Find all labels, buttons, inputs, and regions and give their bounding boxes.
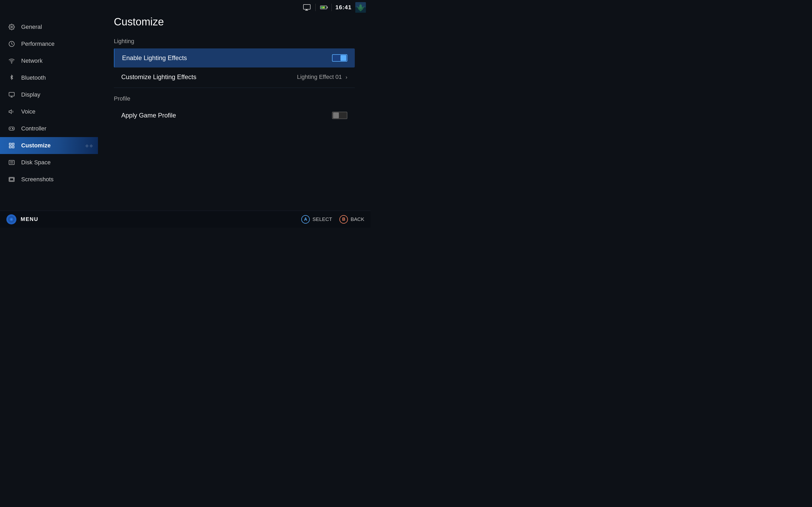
page-title: Customize [114, 16, 355, 28]
sidebar-diskspace-label: Disk Space [21, 159, 51, 166]
sidebar-display-label: Display [21, 91, 40, 98]
sidebar-item-screenshots[interactable]: Screenshots [0, 171, 98, 188]
svg-rect-27 [10, 178, 13, 181]
b-button[interactable]: B [339, 215, 348, 224]
sidebar-controller-label: Controller [21, 125, 46, 132]
voice-icon [8, 108, 15, 115]
bottombar-back-action: B BACK [339, 215, 364, 224]
enable-lighting-effects-row[interactable]: Enable Lighting Effects [114, 48, 355, 67]
apply-game-profile-label: Apply Game Profile [121, 112, 176, 119]
apply-game-profile-toggle[interactable] [332, 112, 347, 119]
screenshots-icon [8, 176, 15, 183]
sidebar-item-diskspace[interactable]: Disk Space [0, 154, 98, 171]
bluetooth-icon [8, 74, 15, 81]
bottombar: MENU A SELECT B BACK [0, 211, 371, 228]
svg-rect-23 [9, 160, 14, 165]
svg-rect-2 [305, 10, 308, 11]
customize-lighting-effects-row[interactable]: Customize Lighting Effects Lighting Effe… [114, 67, 355, 87]
sidebar-network-label: Network [21, 57, 43, 64]
customize-icon [8, 142, 15, 149]
chevron-right-icon: › [345, 74, 347, 80]
display-icon [303, 3, 312, 12]
bottombar-menu-label: MENU [21, 216, 38, 222]
bottombar-actions: A SELECT B BACK [301, 215, 364, 224]
sidebar-item-general[interactable]: General [0, 18, 98, 36]
svg-point-9 [11, 63, 12, 63]
main-content: Customize Lighting Enable Lighting Effec… [98, 0, 371, 211]
topbar-divider-1 [315, 4, 316, 11]
lighting-effect-value: Lighting Effect 01 [297, 73, 342, 80]
sidebar: General Performance Network Blue [0, 0, 98, 228]
topbar-divider-2 [331, 4, 332, 11]
enable-lighting-effects-label: Enable Lighting Effects [122, 54, 187, 62]
customize-lighting-effects-right: Lighting Effect 01 › [297, 73, 347, 80]
sidebar-customize-label: Customize [21, 142, 51, 149]
svg-marker-13 [9, 110, 11, 114]
performance-icon [8, 40, 15, 48]
svg-point-32 [10, 218, 12, 220]
svg-rect-10 [9, 92, 14, 96]
a-button[interactable]: A [301, 215, 310, 224]
sidebar-voice-label: Voice [21, 108, 36, 115]
svg-rect-21 [9, 146, 11, 148]
apply-game-profile-row[interactable]: Apply Game Profile [114, 106, 355, 125]
svg-rect-22 [12, 146, 14, 148]
svg-rect-0 [304, 4, 310, 9]
battery-container: ⚡ [319, 3, 328, 12]
svg-point-7 [11, 26, 12, 28]
sidebar-general-label: General [21, 23, 42, 31]
back-label: BACK [350, 217, 364, 222]
customize-lighting-effects-label: Customize Lighting Effects [121, 73, 197, 81]
enable-lighting-effects-toggle[interactable] [332, 54, 347, 62]
gear-icon [8, 23, 15, 31]
toggle-knob [340, 55, 346, 61]
topbar-time: 16:41 [335, 4, 351, 11]
select-label: SELECT [312, 217, 332, 222]
toggle-knob-off [333, 112, 339, 118]
lighting-section-header: Lighting [114, 36, 355, 47]
sidebar-item-bluetooth[interactable]: Bluetooth [0, 69, 98, 86]
sidebar-item-voice[interactable]: Voice [0, 103, 98, 120]
sidebar-item-customize[interactable]: Customize [0, 137, 98, 154]
svg-rect-19 [9, 143, 11, 145]
profile-section-header: Profile [114, 93, 355, 104]
sidebar-item-performance[interactable]: Performance [0, 36, 98, 52]
display-menu-icon [8, 91, 15, 99]
sidebar-item-controller[interactable]: Controller [0, 120, 98, 137]
bottombar-logo [6, 214, 16, 224]
wifi-icon [8, 57, 15, 65]
topbar: ⚡ 16:41 [303, 0, 371, 15]
svg-rect-6 [359, 5, 362, 9]
topbar-avatar[interactable] [355, 2, 366, 13]
sidebar-screenshots-label: Screenshots [21, 176, 53, 183]
svg-rect-20 [12, 143, 14, 145]
sidebar-item-display[interactable]: Display [0, 86, 98, 103]
svg-rect-1 [306, 9, 307, 10]
bottombar-select-action: A SELECT [301, 215, 332, 224]
sidebar-performance-label: Performance [21, 41, 55, 47]
svg-point-18 [13, 129, 13, 129]
diskspace-icon [8, 159, 15, 166]
controller-icon [8, 125, 15, 132]
sidebar-item-network[interactable]: Network [0, 52, 98, 69]
sidebar-bluetooth-label: Bluetooth [21, 74, 46, 81]
section-divider [114, 88, 355, 88]
